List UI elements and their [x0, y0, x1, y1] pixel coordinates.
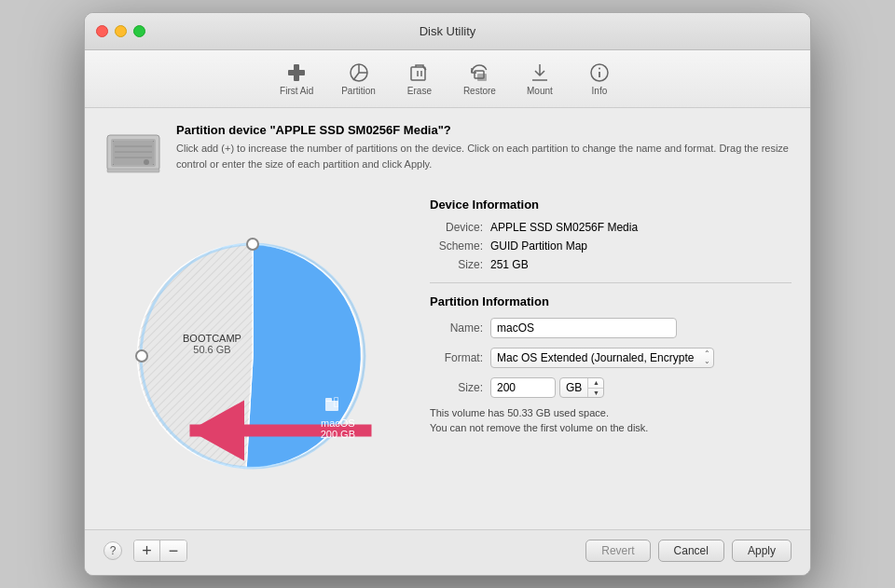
- content-area: Partition device "APPLE SSD SM0256F Medi…: [85, 108, 810, 529]
- device-info-title: Device Information: [430, 198, 792, 212]
- size-unit-label: GB: [560, 378, 588, 397]
- svg-rect-6: [477, 74, 487, 81]
- restore-icon: [468, 62, 490, 84]
- window-title: Disk Utility: [420, 24, 476, 38]
- toolbar-item-partition[interactable]: Partition: [332, 58, 385, 100]
- note2-text: You can not remove the first volume on t…: [430, 422, 792, 433]
- pie-chart:  BOO: [131, 235, 374, 477]
- main-area:  BOO: [103, 198, 792, 514]
- header-section: Partition device "APPLE SSD SM0256F Medi…: [103, 123, 792, 183]
- name-input[interactable]: [490, 318, 677, 338]
- toolbar-item-restore[interactable]: Restore: [454, 58, 505, 100]
- size-label: Size:: [430, 258, 490, 271]
- cancel-button[interactable]: Cancel: [658, 540, 724, 562]
- svg-point-26: [136, 350, 147, 362]
- footer-right: Revert Cancel Apply: [585, 540, 792, 562]
- erase-label: Erase: [407, 86, 432, 96]
- scheme-value: GUID Partition Map: [490, 239, 587, 253]
- format-row: Format: Mac OS Extended (Journaled, Encr…: [430, 348, 792, 368]
- scheme-row: Scheme: GUID Partition Map: [430, 239, 792, 253]
- note1-text: This volume has 50.33 GB used space.: [430, 407, 792, 418]
- toolbar-item-mount[interactable]: Mount: [515, 58, 565, 100]
- svg-point-25: [247, 239, 258, 250]
- size-steppers: ▲ ▼: [588, 377, 603, 398]
- svg-marker-31: [190, 401, 245, 461]
- traffic-lights: [96, 25, 145, 37]
- mount-icon: [529, 62, 551, 84]
- size-field-row: Size: GB ▲ ▼: [430, 377, 792, 398]
- pie-chart-panel:  BOO: [103, 198, 402, 514]
- partition-label: Partition: [341, 86, 376, 96]
- svg-rect-20: [107, 169, 159, 172]
- device-row: Device: APPLE SSD SM0256F Media: [430, 221, 792, 234]
- mount-label: Mount: [527, 86, 553, 96]
- resize-arrow: [159, 309, 402, 552]
- svg-point-19: [144, 159, 149, 165]
- format-select[interactable]: Mac OS Extended (Journaled, Encrypted): [490, 348, 714, 368]
- erase-icon: [408, 62, 431, 84]
- size-controls: GB ▲ ▼: [490, 377, 604, 398]
- size-value: 251 GB: [490, 258, 529, 271]
- partition-info-title: Partition Information: [430, 294, 792, 308]
- svg-point-11: [599, 68, 600, 70]
- divider: [430, 282, 792, 283]
- maximize-button[interactable]: [133, 25, 145, 37]
- size-row: Size: 251 GB: [430, 258, 792, 271]
- device-label: Device:: [430, 221, 490, 234]
- header-description: Click add (+) to increase the number of …: [176, 141, 792, 171]
- close-button[interactable]: [96, 25, 108, 37]
- help-button[interactable]: ?: [103, 541, 122, 560]
- partition-icon: [348, 62, 370, 84]
- info-label: Info: [592, 86, 608, 96]
- svg-rect-1: [288, 70, 305, 75]
- minimize-button[interactable]: [115, 25, 127, 37]
- titlebar: Disk Utility: [85, 13, 810, 50]
- size-increment[interactable]: ▲: [588, 377, 603, 389]
- header-text: Partition device "APPLE SSD SM0256F Medi…: [176, 123, 792, 171]
- first-aid-label: First Aid: [280, 86, 313, 96]
- restore-label: Restore: [463, 86, 496, 96]
- device-value: APPLE SSD SM0256F Media: [490, 221, 638, 234]
- name-field-label: Name:: [430, 321, 490, 335]
- first-aid-icon: [285, 62, 308, 84]
- add-partition-button[interactable]: +: [134, 540, 160, 561]
- size-input[interactable]: [490, 377, 556, 398]
- format-field-label: Format:: [430, 351, 490, 364]
- right-panel: Device Information Device: APPLE SSD SM0…: [420, 198, 792, 514]
- toolbar-item-erase[interactable]: Erase: [394, 58, 445, 100]
- header-title: Partition device "APPLE SSD SM0256F Medi…: [176, 123, 792, 137]
- size-unit-control[interactable]: GB ▲ ▼: [559, 377, 604, 398]
- name-row: Name:: [430, 318, 792, 338]
- apply-button[interactable]: Apply: [732, 540, 792, 562]
- size-field-label: Size:: [430, 381, 490, 394]
- drive-icon: [103, 123, 163, 183]
- format-select-wrapper: Mac OS Extended (Journaled, Encrypted): [490, 348, 714, 368]
- toolbar-item-first-aid[interactable]: First Aid: [270, 58, 323, 100]
- toolbar: First Aid Partition: [85, 50, 810, 108]
- info-icon: [588, 62, 611, 84]
- scheme-label: Scheme:: [430, 239, 490, 253]
- size-decrement[interactable]: ▼: [588, 389, 603, 399]
- toolbar-item-info[interactable]: Info: [574, 58, 625, 100]
- revert-button[interactable]: Revert: [585, 540, 650, 562]
